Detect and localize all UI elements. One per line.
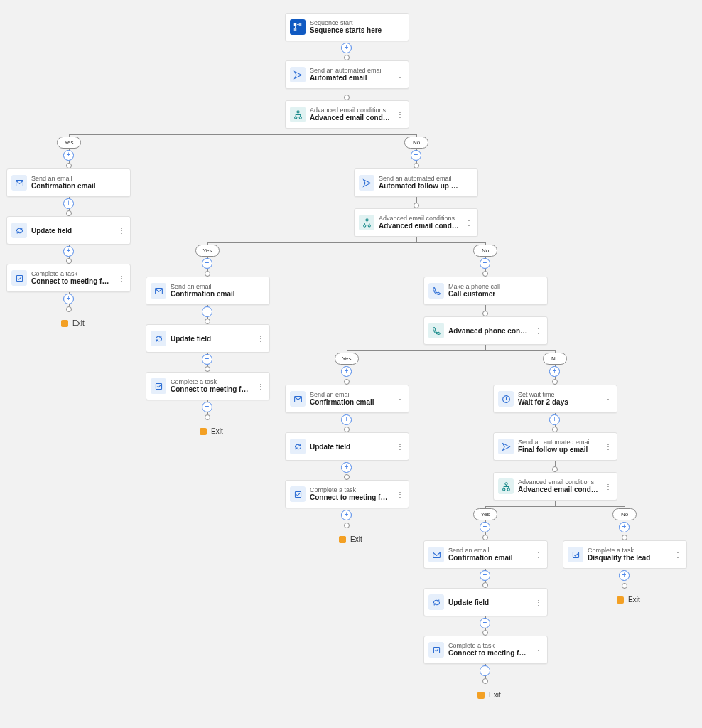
connector-terminal <box>344 427 350 432</box>
connector <box>555 500 556 506</box>
card-menu-icon[interactable]: ⋮ <box>534 327 543 335</box>
add-step-button[interactable]: + <box>480 665 490 676</box>
card-menu-icon[interactable]: ⋮ <box>117 179 126 187</box>
node-complete-task-2[interactable]: Complete a task Connect to meeting for p… <box>146 372 270 400</box>
add-step-button[interactable]: + <box>480 258 490 269</box>
svg-point-4 <box>296 110 298 112</box>
connector-terminal <box>552 427 558 432</box>
svg-rect-1 <box>299 23 302 26</box>
card-menu-icon[interactable]: ⋮ <box>256 335 265 343</box>
add-step-button[interactable]: + <box>411 150 421 161</box>
add-step-button[interactable]: + <box>341 462 352 473</box>
add-step-button[interactable]: + <box>202 354 212 365</box>
add-step-button[interactable]: + <box>341 510 352 520</box>
branch-no: No <box>404 136 428 149</box>
email-icon <box>151 283 166 299</box>
node-update-field-2[interactable]: Update field ⋮ <box>146 324 270 353</box>
add-step-button[interactable]: + <box>202 402 212 412</box>
card-menu-icon[interactable]: ⋮ <box>534 646 543 654</box>
node-sequence-start[interactable]: Sequence start Sequence starts here <box>285 13 409 41</box>
add-step-button[interactable]: + <box>63 246 74 257</box>
card-menu-icon[interactable]: ⋮ <box>256 287 265 295</box>
card-menu-icon[interactable]: ⋮ <box>534 287 543 295</box>
connector <box>347 129 347 134</box>
branch-yes: Yes <box>195 245 220 257</box>
card-menu-icon[interactable]: ⋮ <box>396 443 404 451</box>
node-confirmation-email-1[interactable]: Send an email Confirmation email ⋮ <box>6 168 131 197</box>
add-step-button[interactable]: + <box>202 258 212 269</box>
node-advanced-email-cond-3[interactable]: Advanced email conditions Advanced email… <box>493 472 617 500</box>
node-confirmation-email-3[interactable]: Send an email Confirmation email ⋮ <box>285 385 409 413</box>
add-step-button[interactable]: + <box>341 366 352 377</box>
card-menu-icon[interactable]: ⋮ <box>604 443 612 451</box>
node-confirmation-email-2[interactable]: Send an email Confirmation email ⋮ <box>146 277 270 305</box>
card-type: Advanced email conditions <box>518 479 600 486</box>
add-step-button[interactable]: + <box>480 618 490 628</box>
card-type: Complete a task <box>31 271 113 278</box>
email-icon <box>11 175 27 191</box>
card-menu-icon[interactable]: ⋮ <box>396 491 404 498</box>
node-wait-2-days[interactable]: Set wait time Wait for 2 days ⋮ <box>493 385 617 413</box>
connector <box>485 506 625 507</box>
card-title: Confirmation email <box>31 182 113 190</box>
svg-point-21 <box>507 488 509 490</box>
node-advanced-email-cond-1[interactable]: Advanced email conditions Advanced email… <box>285 100 409 129</box>
connector-terminal <box>66 163 72 168</box>
node-automated-followup[interactable]: Send an automated email Automated follow… <box>354 168 478 197</box>
node-complete-task-1[interactable]: Complete a task Connect to meeting for p… <box>6 264 131 292</box>
node-advanced-email-cond-2[interactable]: Advanced email conditions Advanced email… <box>354 208 478 237</box>
card-menu-icon[interactable]: ⋮ <box>604 483 612 491</box>
add-step-button[interactable]: + <box>480 522 490 532</box>
connector <box>207 242 485 243</box>
exit-label: Exit <box>628 596 640 604</box>
add-step-button[interactable]: + <box>619 570 630 581</box>
node-advanced-phone-cond[interactable]: Advanced phone condition ⋮ <box>423 316 548 345</box>
card-menu-icon[interactable]: ⋮ <box>117 227 126 235</box>
node-disqualify-lead[interactable]: Complete a task Disqualify the lead ⋮ <box>563 540 687 569</box>
node-update-field-4[interactable]: Update field ⋮ <box>423 588 548 616</box>
connector-terminal <box>344 379 350 385</box>
add-step-button[interactable]: + <box>63 198 74 209</box>
add-step-button[interactable]: + <box>202 306 212 317</box>
svg-rect-2 <box>294 28 297 31</box>
card-menu-icon[interactable]: ⋮ <box>465 219 473 227</box>
card-menu-icon[interactable]: ⋮ <box>604 395 612 403</box>
node-update-field-1[interactable]: Update field ⋮ <box>6 216 131 245</box>
card-type: Advanced email conditions <box>310 107 392 114</box>
node-automated-email[interactable]: Send an automated email Automated email … <box>285 60 409 89</box>
connector-terminal <box>344 523 350 528</box>
add-step-button[interactable]: + <box>549 366 560 377</box>
exit-marker: Exit <box>339 535 362 543</box>
svg-rect-0 <box>294 23 297 26</box>
add-step-button[interactable]: + <box>480 570 490 581</box>
add-step-button[interactable]: + <box>341 414 352 425</box>
svg-point-12 <box>368 224 370 226</box>
node-update-field-3[interactable]: Update field ⋮ <box>285 432 409 461</box>
node-complete-task-4[interactable]: Complete a task Connect to meeting for p… <box>423 636 548 664</box>
connector <box>555 461 556 466</box>
card-menu-icon[interactable]: ⋮ <box>117 274 126 282</box>
card-menu-icon[interactable]: ⋮ <box>534 599 543 606</box>
add-step-button[interactable]: + <box>63 294 74 304</box>
node-final-followup[interactable]: Send an automated email Final follow up … <box>493 432 617 461</box>
node-complete-task-3[interactable]: Complete a task Connect to meeting for p… <box>285 480 409 508</box>
card-menu-icon[interactable]: ⋮ <box>256 382 265 390</box>
card-title: Advanced phone condition <box>448 327 530 335</box>
add-step-button[interactable]: + <box>341 43 352 53</box>
add-step-button[interactable]: + <box>549 414 560 425</box>
connector-terminal <box>482 678 488 684</box>
connector <box>485 345 486 350</box>
svg-point-6 <box>299 116 301 118</box>
card-title: Update field <box>310 443 392 451</box>
node-confirmation-email-4[interactable]: Send an email Confirmation email ⋮ <box>423 540 548 569</box>
node-call-customer[interactable]: Make a phone call Call customer ⋮ <box>423 277 548 305</box>
card-menu-icon[interactable]: ⋮ <box>396 395 404 403</box>
card-menu-icon[interactable]: ⋮ <box>534 551 543 559</box>
card-menu-icon[interactable]: ⋮ <box>396 71 404 79</box>
card-menu-icon[interactable]: ⋮ <box>396 111 404 119</box>
card-menu-icon[interactable]: ⋮ <box>674 551 682 559</box>
card-menu-icon[interactable]: ⋮ <box>465 179 473 187</box>
add-step-button[interactable]: + <box>63 150 74 161</box>
add-step-button[interactable]: + <box>619 522 630 532</box>
connector-terminal <box>552 466 558 472</box>
